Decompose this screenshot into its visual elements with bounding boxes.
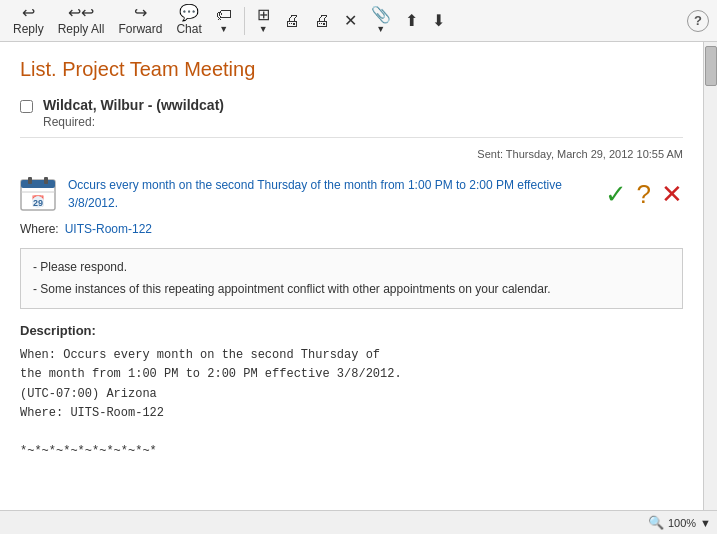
forward-button[interactable]: ↪ Forward	[113, 3, 167, 38]
chat-icon: 💬	[179, 5, 199, 21]
close-button[interactable]: ✕	[339, 11, 362, 31]
desc-title: Description:	[20, 323, 683, 338]
description-section: Description: When: Occurs every month on…	[20, 323, 683, 461]
email-content: List. Project Team Meeting Wildcat, Wilb…	[0, 42, 703, 510]
response-icons: ✓ ? ✕	[605, 181, 683, 207]
reply-all-label: Reply All	[58, 22, 105, 36]
close-icon: ✕	[344, 13, 357, 29]
print-icon: 🖨	[284, 13, 300, 29]
forward-icon: ↪	[134, 5, 147, 21]
sender-name: Wildcat, Wilbur - (wwildcat)	[43, 97, 224, 113]
meeting-text: Occurs every month on the second Thursda…	[68, 176, 593, 212]
accept-button[interactable]: ✓	[605, 181, 627, 207]
forward-label: Forward	[118, 22, 162, 36]
where-row: Where: UITS-Room-122	[20, 222, 683, 236]
tentative-button[interactable]: ?	[637, 181, 651, 207]
sender-checkbox[interactable]	[20, 100, 33, 113]
reply-all-button[interactable]: ↩↩ Reply All	[53, 3, 110, 38]
email-title: List. Project Team Meeting	[20, 58, 683, 81]
svg-rect-2	[28, 177, 32, 184]
download-icon: ⬇	[432, 13, 445, 29]
zoom-dropdown-button[interactable]: ▼	[700, 517, 711, 529]
required-label: Required:	[43, 115, 224, 129]
where-label: Where:	[20, 222, 59, 236]
apps-button[interactable]: ⊞ ▼	[252, 5, 275, 36]
decline-button[interactable]: ✕	[661, 181, 683, 207]
divider1	[244, 7, 245, 35]
main-area: List. Project Team Meeting Wildcat, Wilb…	[0, 42, 717, 510]
where-value: UITS-Room-122	[65, 222, 152, 236]
calendar-icon: 📅 29	[20, 176, 56, 212]
svg-rect-3	[44, 177, 48, 184]
reply-button[interactable]: ↩ Reply	[8, 3, 49, 38]
chat-button[interactable]: 💬 Chat	[171, 3, 206, 38]
print2-button[interactable]: 🖨	[309, 11, 335, 31]
tags-icon: 🏷	[216, 7, 232, 23]
tags-button[interactable]: 🏷 ▼	[211, 5, 237, 36]
download-button[interactable]: ⬇	[427, 11, 450, 31]
attach-button[interactable]: 📎 ▼	[366, 5, 396, 36]
desc-body: When: Occurs every month on the second T…	[20, 346, 683, 461]
respond-section: - Please respond. - Some instances of th…	[20, 248, 683, 309]
attach-icon: 📎	[371, 7, 391, 23]
help-button[interactable]: ?	[687, 10, 709, 32]
sender-info: Wildcat, Wilbur - (wwildcat) Required:	[43, 97, 224, 129]
meeting-row: 📅 29 Occurs every month on the second Th…	[20, 176, 683, 212]
print-button[interactable]: 🖨	[279, 11, 305, 31]
scrollbar[interactable]	[703, 42, 717, 510]
svg-text:29: 29	[33, 198, 43, 208]
respond-bullet2: - Some instances of this repeating appoi…	[33, 279, 670, 301]
meeting-section: Sent: Thursday, March 29, 2012 10:55 AM …	[20, 148, 683, 236]
apps-icon: ⊞	[257, 7, 270, 23]
statusbar: 🔍 100% ▼	[0, 510, 717, 534]
sender-section: Wildcat, Wilbur - (wwildcat) Required:	[20, 97, 683, 138]
sent-info: Sent: Thursday, March 29, 2012 10:55 AM	[20, 148, 683, 160]
respond-bullet1: - Please respond.	[33, 257, 670, 279]
svg-rect-1	[21, 180, 55, 188]
zoom-icon: 🔍	[648, 515, 664, 530]
reply-label: Reply	[13, 22, 44, 36]
zoom-text: 100%	[668, 517, 696, 529]
toolbar: ↩ Reply ↩↩ Reply All ↪ Forward 💬 Chat 🏷 …	[0, 0, 717, 42]
chat-label: Chat	[176, 22, 201, 36]
reply-icon: ↩	[22, 5, 35, 21]
upload-icon: ⬆	[405, 13, 418, 29]
scroll-thumb[interactable]	[705, 46, 717, 86]
reply-all-icon: ↩↩	[68, 5, 94, 21]
print2-icon: 🖨	[314, 13, 330, 29]
upload-button[interactable]: ⬆	[400, 11, 423, 31]
